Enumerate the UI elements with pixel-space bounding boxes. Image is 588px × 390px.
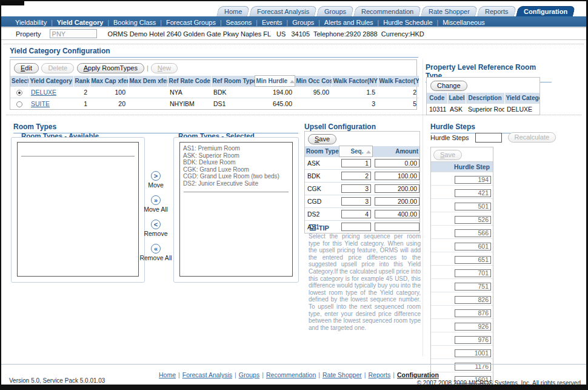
column-header-select[interactable]: Select [10, 76, 28, 87]
list-item[interactable]: BDK: Deluxe Room [180, 159, 292, 166]
amount-input[interactable] [375, 184, 419, 193]
yield-category-link[interactable]: SUITE [31, 100, 50, 107]
double-chevron-right-icon[interactable]: » [151, 195, 161, 205]
cell-max-cap-xfer: 100 [90, 87, 128, 98]
menu-item-booking-class[interactable]: Booking Class [109, 19, 160, 26]
hurdle-step-input[interactable] [455, 203, 491, 210]
hurdle-step-input[interactable] [455, 216, 491, 224]
tab-rate-shopper[interactable]: Rate Shopper [421, 6, 478, 17]
hurdle-step-input[interactable] [455, 336, 491, 344]
menu-item-alerts-and-rules[interactable]: Alerts and Rules [320, 19, 378, 26]
footer-link-groups[interactable]: Groups [239, 371, 259, 378]
seq-input[interactable] [341, 223, 371, 231]
new-button[interactable]: New [151, 63, 178, 73]
double-chevron-left-icon[interactable]: « [151, 244, 161, 254]
hurdle-step-input[interactable] [455, 243, 491, 250]
hurdle-step-input[interactable] [455, 176, 491, 184]
hurdle-save-button-top[interactable]: Save [433, 150, 462, 160]
footer-link-home[interactable]: Home [159, 371, 176, 378]
hurdle-step-input[interactable] [455, 349, 491, 357]
delete-button[interactable]: Delete [41, 63, 74, 73]
list-separator [184, 192, 289, 192]
recalculate-button[interactable]: Recalculate [508, 132, 556, 143]
menu-item-seasons[interactable]: Seasons [222, 19, 256, 26]
tab-recommendation[interactable]: Recommendation [353, 6, 422, 17]
yield-category-link[interactable]: DELUXE [31, 89, 56, 96]
column-header-label[interactable]: Label [447, 93, 466, 104]
seq-input[interactable] [341, 172, 371, 180]
row-select-radio[interactable] [16, 90, 22, 96]
footer-link-recommendation[interactable]: Recommendation [266, 371, 316, 378]
footer-link-configuration[interactable]: Configuration [397, 371, 439, 378]
footer-link-forecast-analysis[interactable]: Forecast Analysis [182, 371, 232, 378]
room-types-available-listbox[interactable] [17, 142, 139, 277]
edit-button[interactable]: Edit [14, 63, 39, 73]
tab-reports[interactable]: Reports [477, 6, 516, 17]
hurdle-step-input[interactable] [455, 309, 491, 317]
hurdle-step-input[interactable] [455, 323, 491, 331]
upsell-save-button[interactable]: Save [308, 134, 336, 144]
hurdle-step-input[interactable] [455, 189, 491, 197]
hurdle-step-input[interactable] [455, 269, 491, 277]
menu-item-groups[interactable]: Groups [288, 19, 318, 26]
column-header-min-hurdle[interactable]: Min Hurdle [255, 76, 295, 87]
menu-item-forecast-groups[interactable]: Forecast Groups [162, 19, 220, 26]
tab-configuration[interactable]: Configuration [516, 6, 576, 17]
column-header-code[interactable]: Code [427, 93, 447, 104]
list-item[interactable]: ASK: Superior Room [180, 152, 292, 160]
column-header-yield-category[interactable]: Yield Category [504, 93, 540, 104]
change-button[interactable]: Change [430, 81, 467, 91]
hurdle-step-input[interactable] [455, 229, 491, 237]
column-header-max-dem-xfer[interactable]: Max Dem xfer [128, 76, 167, 87]
footer-link-reports[interactable]: Reports [369, 371, 391, 378]
column-header-max-cap-xfer[interactable]: Max Cap xfer [90, 76, 128, 87]
seq-input[interactable] [341, 184, 371, 193]
seq-input[interactable] [341, 159, 371, 167]
property-input[interactable] [50, 29, 97, 38]
chevron-right-icon[interactable]: > [151, 171, 161, 181]
tab-home[interactable]: Home [216, 6, 250, 17]
column-header-ref-rate-code[interactable]: Ref Rate Code [167, 76, 211, 87]
column-header-room-type[interactable]: Room Type [305, 146, 339, 157]
amount-input[interactable] [375, 159, 419, 167]
column-header-rank[interactable]: Rank [73, 76, 90, 87]
column-header-yield-category[interactable]: Yield Category [28, 76, 73, 87]
row-select-radio[interactable] [16, 101, 22, 107]
tab-forecast-analysis[interactable]: Forecast Analysis [249, 6, 318, 17]
column-header-description[interactable]: Description [466, 93, 504, 104]
tab-groups[interactable]: Groups [316, 6, 355, 17]
room-types-selected-listbox[interactable]: AS1: Premium RoomASK: Superior RoomBDK: … [179, 142, 293, 277]
menu-item-miscellaneous[interactable]: Miscellaneous [438, 19, 489, 26]
chevron-left-icon[interactable]: < [151, 220, 161, 229]
seq-input[interactable] [341, 210, 371, 218]
hurdle-step-input[interactable] [455, 256, 491, 264]
column-header-walk-factor-y[interactable]: Walk Factor(Y) [378, 76, 419, 87]
amount-input[interactable] [375, 172, 419, 180]
amount-input[interactable] [375, 210, 419, 218]
list-item[interactable]: CGK: Grand Luxe Room [180, 166, 292, 173]
menu-item-yield-category[interactable]: Yield Category [53, 19, 108, 26]
column-header-walk-factor-ny[interactable]: Walk Factor(NY) [332, 76, 378, 87]
column-header-ref-room-type[interactable]: Ref Room Type [211, 76, 255, 87]
table-row [431, 279, 493, 292]
hurdle-steps-count-input[interactable] [475, 133, 502, 143]
menu-item-yieldability[interactable]: Yieldability [11, 19, 51, 26]
list-item[interactable]: AS1: Premium Room [180, 145, 292, 152]
cell-room-type: CGD [305, 195, 339, 208]
column-header-hurdle-step[interactable]: Hurdle Step [431, 161, 493, 172]
column-header-amount[interactable]: Amount [372, 146, 419, 157]
apply-roomtypes-button[interactable]: Apply RoomTypes [77, 63, 144, 73]
hurdle-step-input[interactable] [455, 296, 491, 304]
amount-input[interactable] [375, 223, 419, 231]
menu-item-hurdle-schedule[interactable]: Hurdle Schedule [379, 19, 436, 26]
amount-input[interactable] [375, 197, 419, 206]
move-button-label: Move [137, 181, 175, 189]
list-item[interactable]: DS2: Junior Executive Suite [180, 180, 292, 187]
menu-item-events[interactable]: Events [258, 19, 287, 26]
hurdle-step-input[interactable] [455, 283, 491, 291]
column-header-seq[interactable]: Seq. [339, 146, 372, 157]
column-header-min-occ-cost[interactable]: Min Occ Cost [295, 76, 332, 87]
footer-link-rate-shopper[interactable]: Rate Shopper [322, 371, 362, 378]
list-item[interactable]: CGD: Grand Luxe Room (two beds) [180, 173, 292, 180]
seq-input[interactable] [341, 197, 371, 206]
